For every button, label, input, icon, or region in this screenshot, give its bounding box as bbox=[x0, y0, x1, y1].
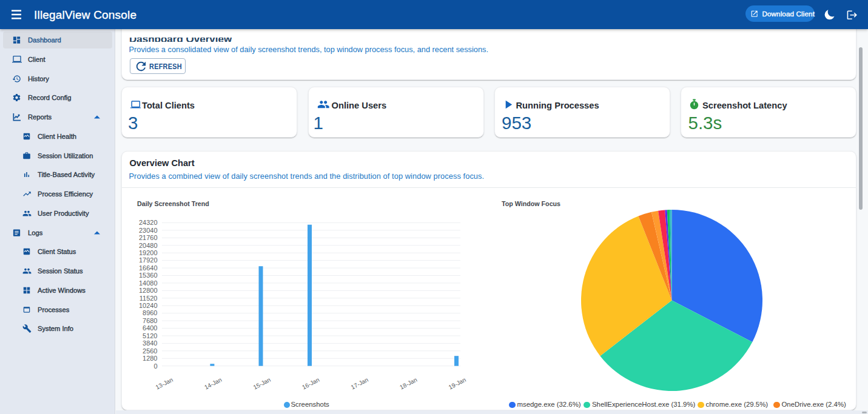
svg-text:21760: 21760 bbox=[139, 234, 158, 241]
svg-text:10240: 10240 bbox=[139, 302, 158, 309]
svg-text:17920: 17920 bbox=[139, 256, 158, 264]
svg-text:5120: 5120 bbox=[143, 332, 157, 339]
svg-text:0: 0 bbox=[153, 362, 157, 370]
svg-text:16640: 16640 bbox=[139, 264, 158, 272]
svg-text:3840: 3840 bbox=[143, 339, 157, 347]
svg-text:18-Jan: 18-Jan bbox=[399, 376, 418, 391]
svg-text:14-Jan: 14-Jan bbox=[203, 376, 223, 391]
svg-text:1280: 1280 bbox=[143, 355, 157, 362]
svg-text:24320: 24320 bbox=[139, 219, 158, 226]
svg-text:6400: 6400 bbox=[143, 324, 157, 332]
svg-text:13-Jan: 13-Jan bbox=[155, 376, 174, 391]
svg-text:15-Jan: 15-Jan bbox=[252, 376, 272, 391]
svg-text:17-Jan: 17-Jan bbox=[350, 376, 369, 391]
svg-text:12800: 12800 bbox=[139, 287, 158, 294]
svg-text:19-Jan: 19-Jan bbox=[448, 376, 467, 391]
svg-text:14080: 14080 bbox=[139, 279, 158, 287]
svg-text:8960: 8960 bbox=[143, 309, 157, 316]
svg-text:20480: 20480 bbox=[139, 242, 158, 249]
svg-text:23040: 23040 bbox=[139, 227, 158, 234]
svg-text:15360: 15360 bbox=[139, 272, 158, 279]
svg-text:11520: 11520 bbox=[140, 295, 158, 302]
svg-text:16-Jan: 16-Jan bbox=[301, 376, 320, 391]
svg-text:2560: 2560 bbox=[143, 347, 157, 355]
svg-text:7680: 7680 bbox=[143, 317, 157, 324]
svg-text:19200: 19200 bbox=[139, 249, 158, 256]
